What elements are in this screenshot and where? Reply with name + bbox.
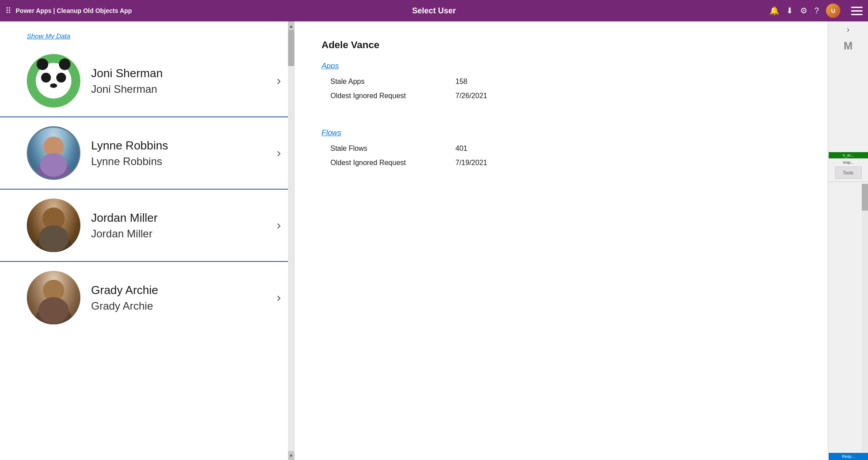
oldest-ignored-flows-value: 7/19/2021	[455, 159, 487, 167]
user-name-primary: Lynne Robbins	[91, 138, 271, 153]
page-title: Select User	[412, 6, 456, 16]
user-name-primary: Jordan Miller	[91, 211, 271, 226]
user-info-jordan: Jordan Miller Jordan Miller	[91, 211, 271, 240]
user-list: Joni Sherman Joni Sherman › Lynne Robbin…	[0, 45, 294, 460]
user-name-primary: Joni Sherman	[91, 66, 271, 81]
panda-ear-right	[59, 58, 71, 70]
divider	[828, 182, 868, 182]
green-badge: n_er...	[829, 152, 868, 158]
stale-flows-row: Stale Flows 401	[330, 145, 801, 153]
scroll-down-arrow[interactable]: ▼	[288, 451, 294, 460]
svg-point-8	[38, 297, 69, 324]
right-scrollbar	[862, 184, 868, 453]
settings-icon[interactable]: ⚙	[800, 6, 807, 16]
tools-badge[interactable]: Tools	[835, 166, 862, 179]
avatar-joni-sherman	[27, 54, 80, 108]
stale-flows-label: Stale Flows	[330, 145, 455, 153]
user-name-secondary: Lynne Robbins	[91, 155, 271, 168]
app-name: Cleanup Old Objects App	[57, 7, 132, 14]
avatar-jordan-miller	[27, 199, 80, 252]
notification-icon[interactable]: 🔔	[769, 6, 779, 16]
svg-point-2	[40, 153, 67, 177]
detail-user-name: Adele Vance	[321, 39, 801, 51]
lynne-silhouette-svg	[28, 126, 79, 180]
oldest-ignored-flows-label: Oldest Ignored Request	[330, 159, 455, 167]
user-item-joni-sherman[interactable]: Joni Sherman Joni Sherman ›	[0, 45, 294, 117]
section-divider	[321, 109, 801, 120]
chevron-right-icon: ›	[277, 290, 281, 305]
scroll-up-arrow[interactable]: ▲	[288, 21, 294, 30]
avatar-grady-archie	[27, 271, 80, 324]
main-content: Show My Data Joni Sherman Joni Sherman	[0, 21, 868, 460]
panda-face	[36, 63, 71, 99]
user-item-jordan-miller[interactable]: Jordan Miller Jordan Miller ›	[0, 190, 294, 262]
oldest-ignored-apps-row: Oldest Ignored Request 7/26/2021	[330, 92, 801, 100]
panda-eye-right	[56, 73, 66, 83]
top-bar-actions: 🔔 ⬇ ⚙ ? U	[769, 4, 863, 18]
chevron-right-icon: ›	[277, 74, 281, 88]
scrollbar-track[interactable]: ▲ ▼	[288, 21, 294, 460]
user-info-joni: Joni Sherman Joni Sherman	[91, 66, 271, 95]
user-name-primary: Grady Archie	[91, 283, 271, 298]
title-separator: |	[53, 7, 55, 14]
apps-grid-icon[interactable]: ⠿	[5, 6, 11, 16]
panda-ear-left	[37, 58, 48, 70]
chevron-right-icon: ›	[277, 146, 281, 160]
user-name-secondary: Grady Archie	[91, 300, 271, 312]
hamburger-menu[interactable]	[851, 7, 863, 15]
apps-link[interactable]: Apps	[321, 62, 801, 70]
download-icon[interactable]: ⬇	[786, 6, 793, 16]
stale-apps-value: 158	[455, 78, 467, 86]
show-my-data-link[interactable]: Show My Data	[0, 21, 294, 45]
user-item-grady-archie[interactable]: Grady Archie Grady Archie ›	[0, 262, 294, 333]
right-panel: Adele Vance Apps Stale Apps 158 Oldest I…	[295, 21, 828, 460]
inspect-label: Insp...	[829, 159, 868, 166]
user-name-secondary: Joni Sherman	[91, 83, 271, 95]
oldest-ignored-apps-label: Oldest Ignored Request	[330, 92, 455, 100]
browser-side-panel: › M n_er... Insp... Tools Resp...	[828, 21, 868, 460]
avatar-lynne-robbins	[27, 126, 80, 180]
flows-link[interactable]: Flows	[321, 128, 801, 137]
help-icon[interactable]: ?	[814, 6, 819, 16]
user-item-lynne-robbins[interactable]: Lynne Robbins Lynne Robbins ›	[0, 117, 294, 190]
panda-nose	[50, 83, 57, 88]
panda-eye-left	[41, 73, 51, 83]
stale-flows-value: 401	[455, 145, 467, 153]
user-name-secondary: Jordan Miller	[91, 228, 271, 240]
browser-m-label: M	[828, 38, 868, 54]
chevron-right-icon: ›	[277, 218, 281, 232]
left-panel: Show My Data Joni Sherman Joni Sherman	[0, 21, 295, 460]
stale-apps-row: Stale Apps 158	[330, 78, 801, 86]
user-info-grady: Grady Archie Grady Archie	[91, 283, 271, 312]
oldest-ignored-apps-value: 7/26/2021	[455, 92, 487, 100]
grady-silhouette-svg	[27, 271, 80, 324]
top-bar: ⠿ Power Apps | Cleanup Old Objects App S…	[0, 0, 868, 21]
right-scrollbar-thumb[interactable]	[862, 184, 868, 211]
user-avatar[interactable]: U	[826, 4, 840, 18]
svg-point-5	[38, 225, 69, 252]
oldest-ignored-flows-row: Oldest Ignored Request 7/19/2021	[330, 159, 801, 167]
app-title: Power Apps | Cleanup Old Objects App	[16, 7, 769, 14]
collapse-arrow[interactable]: ›	[828, 21, 868, 38]
brand-name: Power Apps	[16, 7, 51, 14]
jordan-silhouette-svg	[27, 199, 80, 252]
stale-apps-label: Stale Apps	[330, 78, 455, 86]
resp-badge: Resp...	[829, 453, 868, 460]
user-info-lynne: Lynne Robbins Lynne Robbins	[91, 138, 271, 168]
